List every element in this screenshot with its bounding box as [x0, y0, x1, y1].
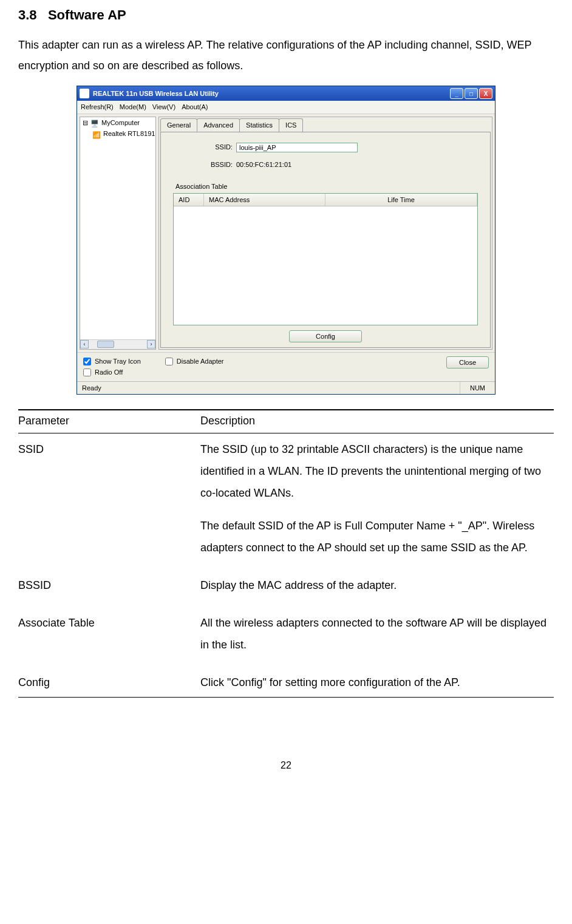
tree-child-label: Realtek RTL8191SU — [103, 129, 156, 139]
table-row: SSID The SSID (up to 32 printable ASCII … — [18, 433, 554, 570]
tree-scrollbar[interactable]: ‹ › — [80, 339, 155, 349]
radio-off-checkbox[interactable] — [83, 369, 91, 376]
desc-ssid: The SSID (up to 32 printable ASCII chara… — [200, 433, 554, 570]
scroll-right-icon[interactable]: › — [147, 340, 155, 348]
radio-off-check[interactable]: Radio Off — [83, 367, 141, 378]
tree-pane: ⊟ 🖥️ MyComputer 📶 Realtek RTL8191SU ‹ › — [80, 117, 156, 350]
adapter-icon: 📶 — [92, 130, 101, 138]
ssid-input[interactable] — [236, 143, 358, 152]
param-assoc: Associate Table — [18, 607, 200, 667]
app-window: REALTEK 11n USB Wireless LAN Utility _ □… — [77, 86, 495, 395]
desc-ssid-p1: The SSID (up to 32 printable ASCII chara… — [200, 443, 541, 499]
section-heading: 3.8 Software AP — [18, 5, 554, 25]
statusbar: Ready NUM — [77, 381, 495, 395]
th-parameter: Parameter — [18, 410, 200, 433]
menu-about[interactable]: About(A) — [182, 102, 208, 112]
col-life[interactable]: Life Time — [325, 194, 477, 206]
bssid-value: 00:50:FC:61:21:01 — [236, 160, 291, 170]
association-table: AID MAC Address Life Time — [173, 193, 478, 325]
minus-icon: ⊟ — [83, 118, 88, 128]
disable-adapter-checkbox[interactable] — [165, 358, 173, 365]
scroll-thumb[interactable] — [97, 341, 114, 348]
desc-bssid: Display the MAC address of the adapter. — [200, 569, 554, 607]
tab-general[interactable]: General — [160, 118, 197, 132]
computer-icon: 🖥️ — [90, 118, 99, 127]
app-icon — [80, 89, 89, 98]
tree-root-label: MyComputer — [101, 118, 140, 128]
bssid-label: BSSID: — [173, 160, 236, 170]
menu-view[interactable]: View(V) — [152, 102, 175, 112]
intro-text: This adapter can run as a wireless AP. T… — [18, 35, 554, 76]
col-aid[interactable]: AID — [174, 194, 204, 206]
menu-refresh[interactable]: Refresh(R) — [81, 102, 114, 112]
window-title: REALTEK 11n USB Wireless LAN Utility — [93, 89, 446, 99]
col-mac[interactable]: MAC Address — [204, 194, 325, 206]
disable-adapter-check[interactable]: Disable Adapter — [165, 356, 224, 367]
content-pane: General Advanced Statistics ICS SSID: BS… — [158, 117, 492, 350]
table-row: BSSID Display the MAC address of the ada… — [18, 569, 554, 607]
param-bssid: BSSID — [18, 569, 200, 607]
section-title: Software AP — [48, 7, 126, 22]
desc-ssid-p2: The default SSID of the AP is Full Compu… — [200, 520, 534, 554]
table-row: Associate Table All the wireless adapter… — [18, 607, 554, 667]
table-row: Config Click "Config" for setting more c… — [18, 667, 554, 698]
section-number: 3.8 — [18, 7, 37, 22]
show-tray-label: Show Tray Icon — [95, 356, 141, 367]
tab-advanced[interactable]: Advanced — [197, 118, 240, 132]
tab-statistics[interactable]: Statistics — [239, 118, 279, 132]
ssid-label: SSID: — [173, 142, 236, 152]
param-ssid: SSID — [18, 433, 200, 570]
bottom-panel: Show Tray Icon Radio Off Disable Adapter… — [77, 352, 495, 381]
menubar: Refresh(R) Mode(M) View(V) About(A) — [77, 101, 495, 114]
tree-root[interactable]: ⊟ 🖥️ MyComputer — [80, 117, 155, 129]
ssid-row: SSID: — [173, 142, 478, 152]
menu-mode[interactable]: Mode(M) — [120, 102, 146, 112]
desc-assoc: All the wireless adapters connected to t… — [200, 607, 554, 667]
show-tray-checkbox[interactable] — [83, 358, 91, 365]
titlebar: REALTEK 11n USB Wireless LAN Utility _ □… — [77, 86, 495, 101]
minimize-button[interactable]: _ — [450, 88, 463, 99]
page-number: 22 — [18, 758, 554, 773]
close-window-button[interactable]: X — [479, 88, 492, 99]
assoc-header: AID MAC Address Life Time — [174, 194, 477, 207]
disable-adapter-label: Disable Adapter — [177, 356, 224, 367]
tab-ics[interactable]: ICS — [279, 118, 303, 132]
tree-child[interactable]: 📶 Realtek RTL8191SU — [80, 128, 155, 140]
show-tray-check[interactable]: Show Tray Icon — [83, 356, 141, 367]
status-num: NUM — [460, 382, 495, 395]
scroll-left-icon[interactable]: ‹ — [80, 340, 89, 348]
config-button[interactable]: Config — [289, 330, 362, 342]
param-table: Parameter Description SSID The SSID (up … — [18, 409, 554, 698]
close-button[interactable]: Close — [446, 356, 489, 369]
tab-strip: General Advanced Statistics ICS — [159, 117, 492, 132]
screenshot-figure: REALTEK 11n USB Wireless LAN Utility _ □… — [18, 86, 554, 395]
maximize-button[interactable]: □ — [465, 88, 478, 99]
tab-body: SSID: BSSID: 00:50:FC:61:21:01 Associati… — [160, 132, 491, 348]
radio-off-label: Radio Off — [95, 367, 123, 378]
th-description: Description — [200, 410, 554, 433]
param-config: Config — [18, 667, 200, 698]
desc-config: Click "Config" for setting more configur… — [200, 667, 554, 698]
assoc-label: Association Table — [175, 182, 478, 192]
status-ready: Ready — [77, 382, 460, 395]
bssid-row: BSSID: 00:50:FC:61:21:01 — [173, 160, 478, 170]
